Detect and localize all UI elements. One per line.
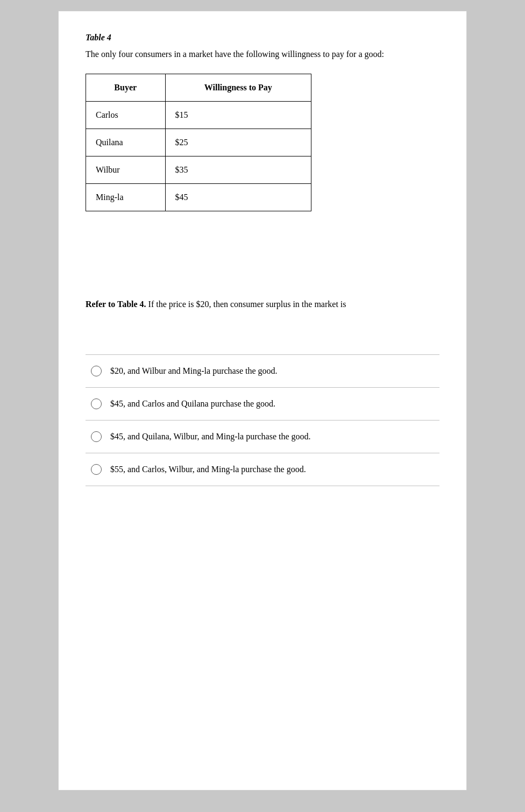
wtp-cell: $15 [165,102,311,129]
answer-text: $55, and Carlos, Wilbur, and Ming-la pur… [110,465,306,474]
answer-options: $20, and Wilbur and Ming-la purchase the… [86,354,439,486]
table-row: Wilbur$35 [86,156,311,184]
buyer-cell: Carlos [86,102,166,129]
buyer-cell: Wilbur [86,156,166,184]
question-bold: Refer to Table 4. [86,300,146,309]
answer-option[interactable]: $20, and Wilbur and Ming-la purchase the… [86,355,439,388]
table-row: Quilana$25 [86,129,311,156]
buyer-cell: Quilana [86,129,166,156]
radio-button[interactable] [91,464,102,475]
table-label: Table 4 [86,33,439,42]
question-text: Refer to Table 4. If the price is $20, t… [86,297,439,311]
answer-option[interactable]: $45, and Quilana, Wilbur, and Ming-la pu… [86,421,439,453]
radio-button[interactable] [91,431,102,442]
answer-option[interactable]: $55, and Carlos, Wilbur, and Ming-la pur… [86,453,439,486]
question-rest: If the price is $20, then consumer surpl… [146,300,346,309]
answer-option[interactable]: $45, and Carlos and Quilana purchase the… [86,388,439,421]
intro-text: The only four consumers in a market have… [86,48,439,61]
spacer [86,233,439,297]
table-row: Ming-la$45 [86,184,311,211]
answer-text: $20, and Wilbur and Ming-la purchase the… [110,366,278,376]
table-row: Carlos$15 [86,102,311,129]
answer-text: $45, and Carlos and Quilana purchase the… [110,399,275,409]
wtp-cell: $25 [165,129,311,156]
wtp-cell: $45 [165,184,311,211]
answer-text: $45, and Quilana, Wilbur, and Ming-la pu… [110,432,311,441]
col-header-wtp: Willingness to Pay [165,74,311,102]
page-container: Table 4 The only four consumers in a mar… [58,11,467,790]
col-header-buyer: Buyer [86,74,166,102]
data-table: Buyer Willingness to Pay Carlos$15Quilan… [86,74,311,211]
radio-button[interactable] [91,398,102,409]
radio-button[interactable] [91,366,102,376]
wtp-cell: $35 [165,156,311,184]
buyer-cell: Ming-la [86,184,166,211]
